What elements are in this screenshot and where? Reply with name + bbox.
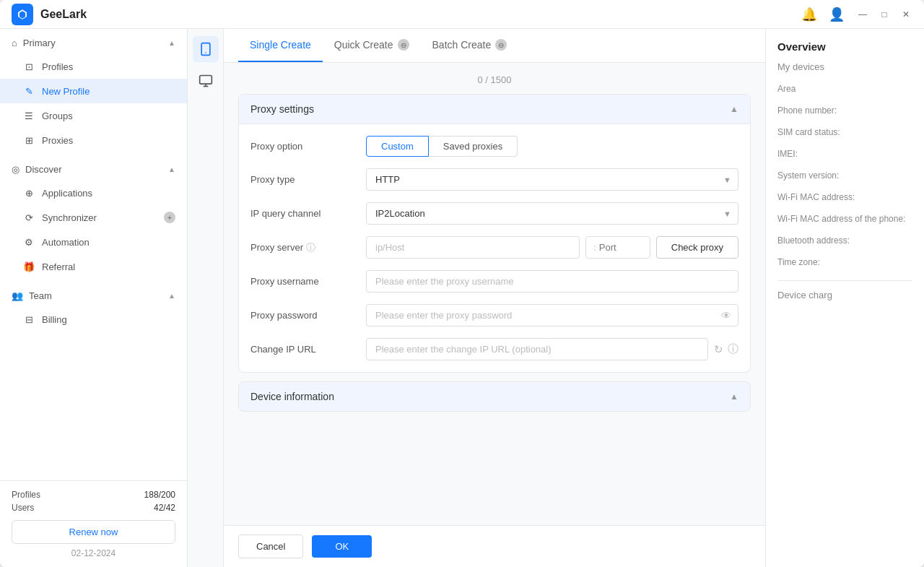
users-stat-value: 42/42 [154, 503, 175, 513]
ip-query-select[interactable]: IP2Location IPinfo MaxMind [366, 202, 738, 225]
user-icon[interactable]: 👤 [829, 7, 845, 22]
svg-point-1 [205, 52, 206, 53]
synchronizer-label: Synchronizer [42, 212, 97, 223]
phone-number-row: Phone number: [777, 105, 912, 117]
change-ip-label: Change IP URL [250, 344, 366, 355]
eye-icon[interactable]: 👁 [721, 310, 731, 321]
svg-rect-2 [199, 76, 212, 85]
check-proxy-button[interactable]: Check proxy [656, 236, 738, 259]
device-info-section[interactable]: Device information ▲ [238, 381, 751, 412]
minimize-button[interactable]: — [856, 8, 869, 21]
sidebar-item-synchronizer[interactable]: ⟳ Synchronizer + [0, 205, 187, 230]
proxy-username-row: Proxy username [250, 270, 738, 293]
change-ip-input[interactable] [366, 338, 708, 360]
team-chevron-icon: ▲ [168, 292, 175, 300]
proxy-type-row: Proxy type HTTP HTTPS SOCKS5 SOCKS4 ▼ [250, 168, 738, 191]
automation-label: Automation [42, 237, 90, 248]
cancel-button[interactable]: Cancel [238, 534, 303, 558]
primary-chevron-icon: ▲ [168, 39, 175, 47]
proxies-icon: ⊞ [23, 134, 35, 146]
proxy-settings-content: Proxy option Custom Saved proxies Proxy … [239, 124, 750, 372]
sidebar-item-profiles[interactable]: ⊡ Profiles [0, 54, 187, 79]
sidebar-item-referral[interactable]: 🎁 Referral [0, 254, 187, 279]
phone-icon-btn[interactable] [193, 36, 219, 62]
proxy-server-help-icon: ⓘ [306, 241, 315, 254]
users-stat-label: Users [12, 503, 34, 513]
device-charge-label: Device charg [777, 290, 832, 300]
profiles-label: Profiles [42, 61, 73, 72]
proxy-server-label: Proxy server ⓘ [250, 241, 366, 254]
profiles-stat: Profiles 188/200 [12, 490, 175, 500]
discover-chevron-icon: ▲ [168, 165, 175, 173]
sidebar-group-discover-header[interactable]: ◎ Discover ▲ [0, 158, 187, 181]
groups-icon: ☰ [23, 110, 35, 121]
port-colon: : [593, 242, 596, 253]
refresh-icon[interactable]: ↻ [714, 343, 723, 356]
app-window: GeeLark 🔔 👤 — □ ✕ ⌂ Primary ▲ [0, 0, 924, 567]
proxy-username-label: Proxy username [250, 276, 366, 287]
renew-button[interactable]: Renew now [12, 520, 175, 544]
proxy-server-port-input[interactable] [599, 242, 642, 253]
sidebar-item-groups[interactable]: ☰ Groups [0, 103, 187, 128]
sidebar-group-primary-header[interactable]: ⌂ Primary ▲ [0, 32, 187, 54]
sidebar-item-automation[interactable]: ⚙ Automation [0, 230, 187, 254]
sidebar-item-applications[interactable]: ⊕ Applications [0, 181, 187, 205]
ok-button[interactable]: OK [312, 535, 372, 558]
change-ip-control: ↻ ⓘ [366, 338, 738, 360]
proxy-type-label: Proxy type [250, 174, 366, 185]
proxy-username-input[interactable] [366, 270, 738, 293]
sidebar-stats: Profiles 188/200 Users 42/42 [12, 490, 175, 513]
profiles-stat-value: 188/200 [144, 490, 175, 500]
proxy-password-input[interactable] [366, 304, 738, 326]
close-button[interactable]: ✕ [899, 8, 912, 21]
maximize-button[interactable]: □ [878, 8, 891, 21]
proxy-password-control: 👁 [366, 304, 738, 326]
change-ip-icons: ↻ ⓘ [714, 342, 738, 356]
logo-svg [16, 8, 29, 21]
sidebar-item-new-profile[interactable]: ✎ New Profile [0, 79, 187, 103]
proxy-server-host-input[interactable] [366, 236, 580, 259]
referral-label: Referral [42, 261, 75, 272]
timezone-row: Time zone: [777, 257, 912, 269]
ip-query-select-wrapper: IP2Location IPinfo MaxMind ▼ [366, 202, 738, 225]
sidebar-group-team: 👥 Team ▲ ⊟ Billing [0, 282, 187, 334]
synchronizer-icon: ⟳ [23, 212, 35, 223]
phone-icon [199, 42, 213, 56]
billing-label: Billing [42, 314, 67, 325]
right-panel-divider: Device charg [777, 280, 912, 300]
area-label: Area [777, 84, 912, 94]
proxy-type-select[interactable]: HTTP HTTPS SOCKS5 SOCKS4 [366, 168, 738, 191]
sidebar-item-proxies[interactable]: ⊞ Proxies [0, 128, 187, 152]
form-footer: Cancel OK [224, 525, 765, 567]
sidebar-date: 02-12-2024 [12, 548, 175, 558]
sidebar-item-billing[interactable]: ⊟ Billing [0, 307, 187, 332]
discover-group-label: Discover [25, 164, 62, 175]
sidebar-group-discover: ◎ Discover ▲ ⊕ Applications ⟳ Synchroniz… [0, 155, 187, 282]
home-icon: ⌂ [12, 38, 17, 48]
sidebar-group-team-header[interactable]: 👥 Team ▲ [0, 285, 187, 307]
quick-create-tab-label: Quick Create [334, 39, 393, 51]
system-version-label: System version: [777, 170, 912, 181]
desktop-icon-btn[interactable] [193, 68, 219, 94]
change-ip-help-icon[interactable]: ⓘ [728, 342, 738, 356]
team-group-label: Team [29, 290, 52, 301]
right-panel: Overview My devices Area Phone number: S… [765, 29, 924, 567]
wifi-mac-row: Wi-Fi MAC address: [777, 192, 912, 204]
system-version-row: System version: [777, 170, 912, 182]
area-row: Area [777, 84, 912, 95]
proxy-option-saved-btn[interactable]: Saved proxies [429, 136, 518, 157]
app-logo [12, 4, 33, 25]
notification-icon[interactable]: 🔔 [801, 7, 817, 22]
quick-create-icon: ⊖ [398, 39, 409, 51]
desktop-icon [199, 74, 213, 88]
timezone-label: Time zone: [777, 257, 912, 267]
tab-single-create[interactable]: Single Create [238, 29, 323, 62]
tab-quick-create[interactable]: Quick Create ⊖ [323, 29, 421, 62]
proxy-option-custom-btn[interactable]: Custom [366, 136, 429, 157]
right-panel-title: Overview [777, 40, 912, 53]
tab-batch-create[interactable]: Batch Create ⊖ [421, 29, 519, 62]
proxy-type-select-wrapper: HTTP HTTPS SOCKS5 SOCKS4 ▼ [366, 168, 738, 191]
ip-query-label: IP query channel [250, 208, 366, 219]
proxy-option-row: Proxy option Custom Saved proxies [250, 136, 738, 157]
proxy-settings-header[interactable]: Proxy settings ▲ [239, 95, 750, 124]
